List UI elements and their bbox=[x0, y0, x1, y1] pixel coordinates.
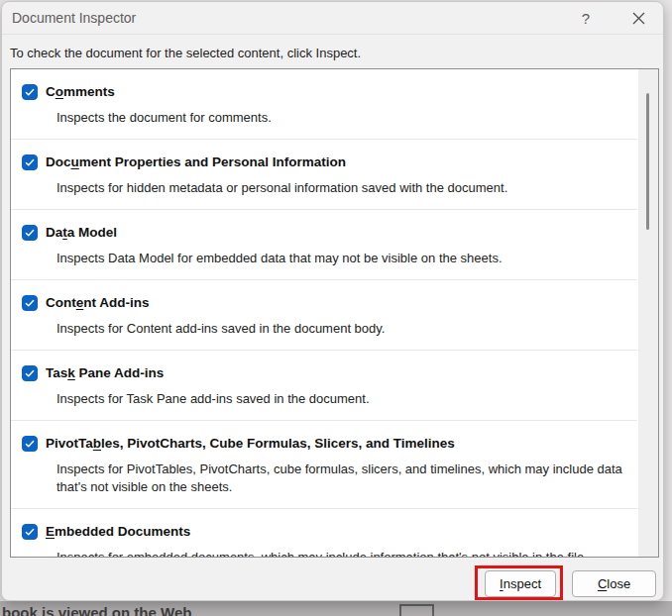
checkbox-checked[interactable] bbox=[22, 365, 38, 381]
inspector-item: Comments Inspects the document for comme… bbox=[11, 69, 637, 140]
item-title: PivotTables, PivotCharts, Cube Formulas,… bbox=[46, 435, 455, 452]
checkmark-icon bbox=[24, 156, 36, 168]
inspect-button[interactable]: Inspect bbox=[485, 570, 556, 597]
item-description: Inspects for Content add-ins saved in th… bbox=[56, 320, 625, 338]
help-button[interactable]: ? bbox=[569, 2, 603, 35]
checkmark-icon bbox=[24, 227, 36, 239]
checkmark-icon bbox=[24, 367, 36, 379]
checkbox-checked[interactable] bbox=[22, 295, 38, 311]
background-partial-button bbox=[399, 604, 434, 616]
close-dialog-button[interactable]: Close bbox=[572, 570, 656, 597]
item-description: Inspects for hidden metadata or personal… bbox=[56, 179, 625, 197]
checkbox-checked[interactable] bbox=[22, 524, 38, 540]
scrollbar-track[interactable] bbox=[638, 69, 658, 557]
inspector-item: Data Model Inspects Data Model for embed… bbox=[11, 210, 637, 280]
item-title: Content Add-ins bbox=[46, 294, 150, 311]
item-description: Inspects for Task Pane add-ins saved in … bbox=[56, 390, 625, 408]
item-description: Inspects the document for comments. bbox=[56, 109, 625, 127]
question-mark-icon: ? bbox=[582, 10, 590, 27]
item-title: Task Pane Add-ins bbox=[46, 364, 164, 381]
document-inspector-dialog: Document Inspector ? To check the docume… bbox=[1, 1, 664, 601]
item-description: Inspects for embedded documents, which m… bbox=[56, 549, 625, 558]
checkbox-checked[interactable] bbox=[22, 154, 38, 170]
inspector-item: Task Pane Add-ins Inspects for Task Pane… bbox=[11, 351, 637, 421]
item-description: Inspects for PivotTables, PivotCharts, c… bbox=[56, 461, 625, 496]
inspector-item: Embedded Documents Inspects for embedded… bbox=[11, 509, 637, 558]
screen: book is viewed on the Web Document Inspe… bbox=[0, 0, 672, 616]
titlebar: Document Inspector ? bbox=[2, 2, 663, 35]
checkbox-checked[interactable] bbox=[22, 225, 38, 241]
item-title: Data Model bbox=[46, 224, 117, 241]
checkmark-icon bbox=[24, 526, 36, 538]
inspector-options-list: Comments Inspects the document for comme… bbox=[10, 68, 659, 558]
close-button[interactable] bbox=[621, 2, 655, 35]
inspector-item: Content Add-ins Inspects for Content add… bbox=[11, 280, 637, 351]
item-title: Comments bbox=[46, 83, 115, 100]
instruction-text: To check the document for the selected c… bbox=[10, 46, 361, 60]
item-title: Document Properties and Personal Informa… bbox=[46, 154, 346, 170]
checkmark-icon bbox=[24, 86, 36, 98]
scrollbar-thumb[interactable] bbox=[646, 93, 649, 230]
checkbox-checked[interactable] bbox=[22, 436, 38, 452]
background-window-strip: book is viewed on the Web bbox=[0, 601, 672, 616]
item-description: Inspects Data Model for embedded data th… bbox=[56, 250, 625, 267]
checkmark-icon bbox=[24, 297, 36, 309]
close-icon bbox=[631, 13, 646, 29]
inspector-item: Document Properties and Personal Informa… bbox=[11, 140, 637, 210]
dialog-title: Document Inspector bbox=[12, 10, 136, 26]
inspector-item: PivotTables, PivotCharts, Cube Formulas,… bbox=[11, 421, 637, 509]
item-title: Embedded Documents bbox=[46, 523, 190, 540]
footer-buttons: Inspect Close bbox=[485, 570, 656, 597]
checkbox-checked[interactable] bbox=[22, 84, 38, 100]
checkmark-icon bbox=[24, 438, 36, 450]
background-text: book is viewed on the Web bbox=[2, 604, 191, 616]
